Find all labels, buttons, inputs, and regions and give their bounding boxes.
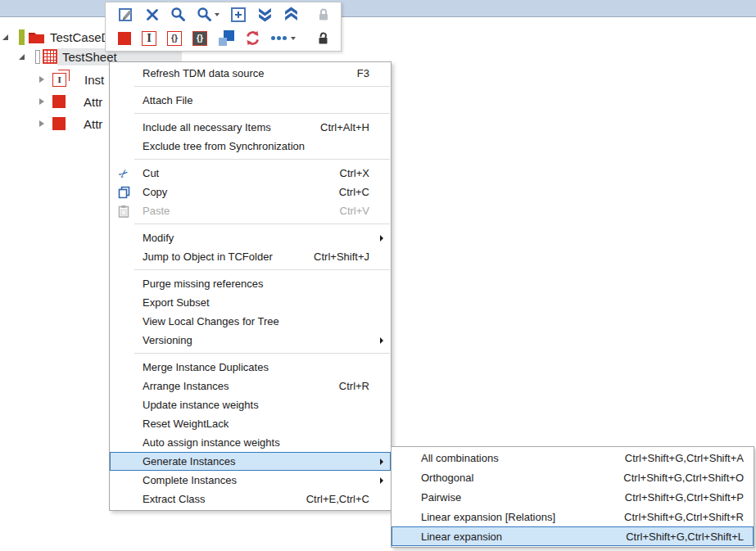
- instance-box-icon: I: [142, 31, 156, 46]
- menu-item-label: Generate Instances: [143, 455, 369, 467]
- menu-item-label: Orthogonal: [421, 472, 473, 484]
- menu-item-label: Versioning: [143, 334, 369, 346]
- menu-item-modify[interactable]: Modify: [110, 228, 391, 247]
- tree-item-testcase[interactable]: TestCaseD: [2, 28, 115, 46]
- zoom-button[interactable]: [170, 7, 186, 22]
- submenu-item-linear-expansion-relations[interactable]: Linear expansion [Relations] Ctrl+Shift+…: [392, 507, 754, 526]
- menu-item-extract-class[interactable]: Extract Class Ctrl+E,Ctrl+C: [110, 490, 391, 508]
- menu-item-reset-weightlack[interactable]: Reset WeightLack: [110, 414, 391, 433]
- tree-item-attr-2[interactable]: Attr: [39, 115, 107, 133]
- refresh-button[interactable]: [245, 30, 260, 46]
- menu-item-complete-instances[interactable]: Complete Instances: [110, 471, 391, 490]
- floating-toolbar: I {} {}: [105, 2, 342, 52]
- submenu-arrow-icon: [380, 458, 383, 465]
- menu-item-shortcut: Ctrl+Shift+G,Ctrl+Shift+R: [624, 511, 744, 523]
- menu-item-merge-duplicates[interactable]: Merge Instance Duplicates: [110, 358, 391, 377]
- collapse-toggle-icon[interactable]: [39, 98, 44, 105]
- edit-icon: [118, 7, 134, 23]
- submenu-arrow-icon: [380, 477, 383, 484]
- menu-item-shortcut: Ctrl+Shift+J: [314, 251, 369, 263]
- menu-item-generate-instances[interactable]: Generate Instances: [110, 452, 391, 471]
- menu-item-label: Auto assign instance weights: [143, 436, 369, 449]
- menu-item-label: Cut: [143, 167, 325, 179]
- lock-dark-icon: [317, 31, 329, 46]
- menu-item-auto-assign-weights[interactable]: Auto assign instance weights: [110, 433, 391, 452]
- collapse-all-button[interactable]: [283, 7, 299, 22]
- braces-button[interactable]: {}: [167, 31, 182, 46]
- menu-item-label: Extract Class: [143, 493, 292, 505]
- more-ellipsis-icon: [271, 36, 288, 40]
- braces-box-active-icon: {}: [192, 31, 207, 46]
- expand-toggle-icon[interactable]: [2, 34, 8, 40]
- generate-instances-submenu: All combinations Ctrl+Shift+G,Ctrl+Shift…: [391, 446, 754, 548]
- menu-item-label: Purge missing references: [143, 278, 369, 290]
- submenu-item-all-combinations[interactable]: All combinations Ctrl+Shift+G,Ctrl+Shift…: [392, 448, 754, 467]
- copy-icon: [115, 186, 133, 198]
- menu-item-versioning[interactable]: Versioning: [110, 331, 391, 350]
- submenu-item-linear-expansion[interactable]: Linear expansion Ctrl+Shift+G,Ctrl+Shift…: [392, 526, 754, 546]
- menu-separator: [134, 86, 390, 87]
- menu-item-refresh-tdm[interactable]: Refresh TDM data source F3: [110, 64, 391, 83]
- submenu-item-pairwise[interactable]: Pairwise Ctrl+Shift+G,Ctrl+Shift+P: [392, 487, 754, 507]
- menu-item-label: Attach File: [143, 94, 369, 106]
- red-square-icon: [118, 32, 131, 45]
- instance-button[interactable]: I: [142, 31, 156, 46]
- copy-sheet-button[interactable]: [218, 30, 234, 47]
- menu-item-arrange-instances[interactable]: Arrange Instances Ctrl+R: [110, 377, 391, 395]
- folder-icon: [28, 30, 45, 44]
- menu-item-label: Pairwise: [421, 491, 461, 504]
- attribute-button[interactable]: [118, 32, 131, 45]
- menu-item-purge-references[interactable]: Purge missing references: [110, 274, 391, 293]
- expand-all-icon: [257, 7, 273, 22]
- collapse-toggle-icon[interactable]: [39, 76, 44, 83]
- submenu-item-orthogonal[interactable]: Orthogonal Ctrl+Shift+G,Ctrl+Shift+O: [392, 467, 754, 487]
- menu-item-label: Arrange Instances: [143, 380, 324, 392]
- lock-dark-button[interactable]: [317, 31, 329, 46]
- menu-separator: [134, 113, 390, 114]
- tree-item-inst[interactable]: I Inst: [39, 70, 109, 88]
- tree-item-attr-1[interactable]: Attr: [39, 93, 107, 111]
- menu-item-export-subset[interactable]: Export Subset: [110, 293, 391, 312]
- menu-item-attach-file[interactable]: Attach File: [110, 91, 391, 110]
- menu-item-paste: Paste Ctrl+V: [110, 201, 391, 220]
- menu-item-shortcut: Ctrl+C: [339, 186, 369, 198]
- menu-item-jump-tcfolder[interactable]: Jump to Object in TCFolder Ctrl+Shift+J: [110, 247, 391, 266]
- zoom-options-button[interactable]: [197, 7, 220, 22]
- attribute-icon: [52, 95, 66, 108]
- menu-item-label: All combinations: [421, 452, 499, 464]
- menu-item-shortcut: Ctrl+Shift+G,Ctrl+Shift+A: [625, 452, 744, 464]
- collapse-toggle-icon[interactable]: [39, 120, 44, 127]
- menu-item-copy[interactable]: Copy Ctrl+C: [110, 183, 391, 201]
- menu-item-include-items[interactable]: Include all necessary Items Ctrl+Alt+H: [110, 118, 391, 137]
- menu-item-label: Refresh TDM data source: [143, 67, 342, 79]
- expand-toggle-icon[interactable]: [19, 54, 25, 60]
- expand-all-button[interactable]: [257, 7, 273, 22]
- context-menu: Refresh TDM data source F3 Attach File I…: [109, 61, 392, 511]
- menu-separator: [134, 224, 390, 224]
- menu-item-shortcut: Ctrl+V: [340, 205, 369, 217]
- edit-button[interactable]: [118, 7, 134, 23]
- submenu-arrow-icon: [380, 337, 383, 344]
- toolbar-row-1: [106, 2, 341, 26]
- scissors-icon: ✂: [115, 167, 133, 180]
- status-bar-icon: [35, 50, 40, 64]
- instance-icon: I: [52, 73, 66, 87]
- dropdown-caret-icon: [291, 37, 296, 40]
- menu-item-view-local-changes[interactable]: View Local Changes for Tree: [110, 312, 391, 331]
- menu-item-cut[interactable]: ✂ Cut Ctrl+X: [110, 164, 391, 183]
- menu-item-label: Jump to Object in TCFolder: [143, 251, 299, 263]
- menu-item-label: Include all necessary Items: [143, 121, 306, 133]
- delete-button[interactable]: [145, 7, 160, 22]
- menu-item-exclude-tree[interactable]: Exclude tree from Synchronization: [110, 137, 391, 156]
- menu-item-label: Complete Instances: [143, 474, 369, 486]
- copy-sheet-icon: [218, 30, 234, 47]
- paste-icon: [115, 205, 133, 218]
- add-item-button[interactable]: [230, 7, 247, 23]
- more-options-button[interactable]: [271, 36, 296, 40]
- menu-item-label: Update instance weights: [143, 399, 369, 411]
- menu-item-update-weights[interactable]: Update instance weights: [110, 395, 391, 414]
- tree-item-label: Inst: [79, 71, 109, 88]
- braces-box-icon: {}: [167, 31, 182, 46]
- lock-button[interactable]: [318, 7, 329, 22]
- braces-active-button[interactable]: {}: [192, 31, 207, 46]
